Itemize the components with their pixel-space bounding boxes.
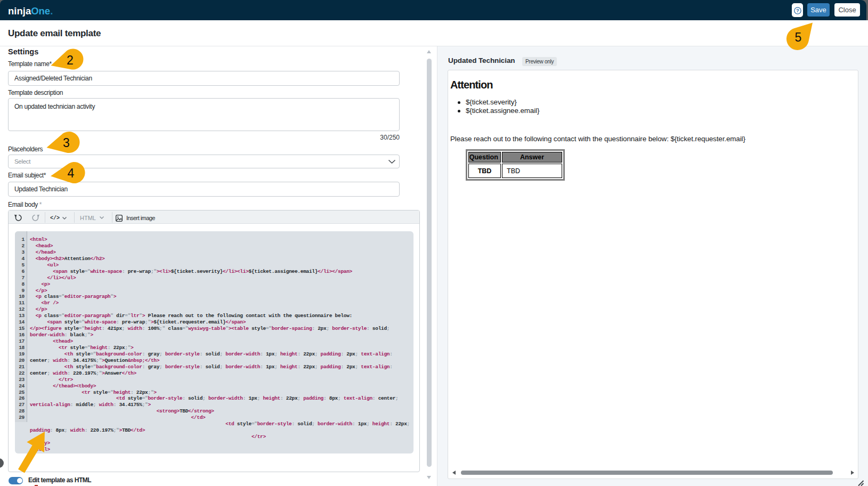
svg-text:2: 2: [67, 53, 74, 67]
svg-text:4: 4: [68, 166, 75, 180]
svg-text:5: 5: [795, 30, 802, 44]
svg-text:3: 3: [63, 136, 70, 150]
